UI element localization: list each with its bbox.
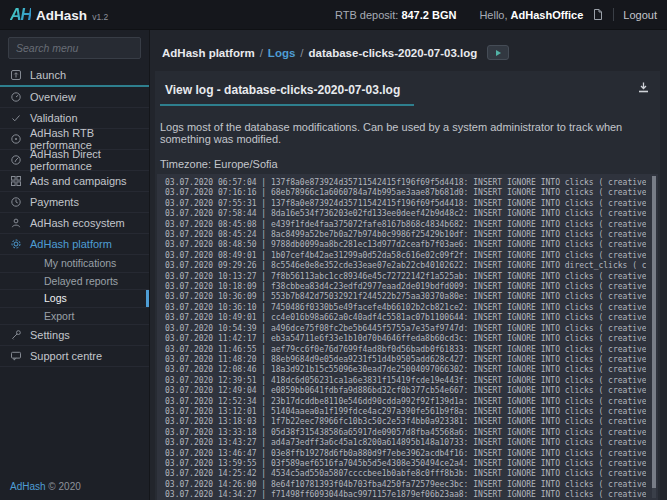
log-line: 03.07.2020 08:48:50 | 9788db0099aa8bc281… bbox=[165, 240, 646, 250]
view-log-panel: View log - database-clicks-2020-07-03.lo… bbox=[155, 71, 660, 500]
payments-icon bbox=[10, 196, 22, 208]
main-content: AdHash platform / Logs / database-clicks… bbox=[150, 30, 667, 500]
sidebar-footer: AdHash © 2020 bbox=[10, 481, 81, 492]
log-line: 03.07.2020 08:45:24 | 8ac8499a52be7b0a27… bbox=[165, 230, 646, 240]
log-lines: 03.07.2020 06:57:04 | 137f8a0e873924d357… bbox=[165, 178, 646, 500]
document-icon[interactable] bbox=[592, 8, 604, 21]
direct-performance-icon bbox=[10, 154, 22, 166]
validation-icon bbox=[10, 112, 22, 124]
sidebar-item-adhash-ecosystem[interactable]: AdHash ecosystem bbox=[0, 213, 149, 234]
sidebar-item-label: Overview bbox=[30, 91, 76, 103]
logo-text: AdHash bbox=[36, 8, 87, 23]
log-line: 03.07.2020 14:25:42 | 4534c5ad550a5807cc… bbox=[165, 469, 646, 479]
footer-brand-link[interactable]: AdHash bbox=[10, 481, 46, 492]
log-line: 03.07.2020 12:52:34 | 23b17dcddbe8110e54… bbox=[165, 397, 646, 407]
log-line: 03.07.2020 13:46:47 | 03e8ffb19278d6fb0a… bbox=[165, 449, 646, 459]
log-line: 03.07.2020 08:45:08 | e439f1fde4faa37507… bbox=[165, 220, 646, 230]
breadcrumb-separator: / bbox=[300, 47, 303, 59]
log-line: 03.07.2020 12:39:51 | 418dc6d056231ca1a6… bbox=[165, 376, 646, 386]
tutorial-video-button[interactable] bbox=[487, 45, 509, 60]
sidebar-item-label: AdHash ecosystem bbox=[30, 217, 125, 229]
sidebar-item-overview[interactable]: Overview bbox=[0, 87, 149, 108]
rtb-deposit-value: 847.2 BGN bbox=[401, 9, 456, 21]
sidebar: LaunchOverviewValidationAdHash RTB perfo… bbox=[0, 30, 150, 500]
sidebar-item-launch[interactable]: Launch bbox=[0, 65, 149, 87]
sidebar-item-label: Validation bbox=[30, 112, 78, 124]
sidebar-item-ads-and-campaigns[interactable]: Ads and campaigns bbox=[0, 171, 149, 192]
breadcrumb-current-file: database-clicks-2020-07-03.log bbox=[309, 47, 478, 59]
sidebar-item-label: Settings bbox=[30, 329, 70, 341]
breadcrumb-section: AdHash platform bbox=[162, 47, 255, 59]
platform-icon bbox=[10, 238, 22, 250]
log-line: 03.07.2020 11:42:17 | eb3a54711e6f33e1b1… bbox=[165, 334, 646, 344]
app-logo[interactable]: AH AdHash v1.2 bbox=[10, 6, 108, 24]
settings-icon bbox=[10, 329, 22, 341]
sidebar-subitem-logs[interactable]: Logs bbox=[0, 290, 149, 308]
ecosystem-icon bbox=[10, 217, 22, 229]
sidebar-item-label: Support centre bbox=[30, 350, 102, 362]
sidebar-menu: LaunchOverviewValidationAdHash RTB perfo… bbox=[0, 65, 149, 367]
timezone-value: Europe/Sofia bbox=[214, 158, 278, 170]
log-line: 03.07.2020 08:49:01 | 1b07cef4b42ae31299… bbox=[165, 251, 646, 261]
launch-icon bbox=[10, 69, 22, 81]
sidebar-item-adhash-rtb-performance[interactable]: AdHash RTB performance bbox=[0, 129, 149, 150]
sidebar-item-payments[interactable]: Payments bbox=[0, 192, 149, 213]
support-icon bbox=[10, 350, 22, 362]
timezone: Timezone: Europe/Sofia bbox=[160, 158, 650, 170]
app-version: v1.2 bbox=[92, 12, 108, 22]
log-line: 03.07.2020 06:57:04 | 137f8a0e873924d357… bbox=[165, 178, 646, 188]
log-line: 03.07.2020 10:49:01 | cc4e016b98a662a0c4… bbox=[165, 313, 646, 323]
rtb-deposit: RTB deposit: 847.2 BGN bbox=[335, 9, 456, 21]
log-line: 03.07.2020 13:12:01 | 51404aaea0a1f199fd… bbox=[165, 407, 646, 417]
log-line: 03.07.2020 09:29:26 | 8c5546e0e8e352cde3… bbox=[165, 261, 646, 271]
log-line: 03.07.2020 10:36:10 | 7450486f0330b5e49f… bbox=[165, 303, 646, 313]
topbar-divider bbox=[613, 8, 614, 21]
ads-campaigns-icon bbox=[10, 175, 22, 187]
rtb-deposit-label: RTB deposit: bbox=[335, 9, 398, 21]
topbar: AH AdHash v1.2 RTB deposit: 847.2 BGN He… bbox=[0, 0, 667, 30]
log-description: Logs most of the database modifications.… bbox=[160, 121, 650, 145]
log-scrollbar[interactable] bbox=[652, 176, 656, 498]
log-viewer[interactable]: 03.07.2020 06:57:04 | 137f8a0e873924d357… bbox=[157, 174, 658, 500]
overview-icon bbox=[10, 91, 22, 103]
log-line: 03.07.2020 12:49:04 | e0859bb0641fdbfa9d… bbox=[165, 386, 646, 396]
log-scrollbar-thumb[interactable] bbox=[652, 176, 656, 488]
log-line: 03.07.2020 14:34:27 | f71498ff6093044bac… bbox=[165, 490, 646, 500]
sidebar-item-label: AdHash platform bbox=[30, 238, 112, 250]
page-title: View log - database-clicks-2020-07-03.lo… bbox=[160, 83, 414, 106]
log-line: 03.07.2020 11:46:55 | aef79cc6f0e76d7699… bbox=[165, 345, 646, 355]
log-line: 03.07.2020 13:33:18 | 05d38f315438586a65… bbox=[165, 428, 646, 438]
timezone-label: Timezone: bbox=[160, 158, 211, 170]
username: AdHashOffice bbox=[511, 9, 584, 21]
user-greeting: Hello, AdHashOffice bbox=[479, 9, 583, 21]
sidebar-subitem-export[interactable]: Export bbox=[0, 308, 149, 326]
log-line: 03.07.2020 07:16:16 | 68eb78966c1a606078… bbox=[165, 188, 646, 198]
log-line: 03.07.2020 11:48:20 | 88eb9684d9e05dea92… bbox=[165, 355, 646, 365]
log-line: 03.07.2020 13:18:03 | 1f7b22eec78966fc10… bbox=[165, 417, 646, 427]
log-line: 03.07.2020 10:13:27 | 7f8b56113abc1cc893… bbox=[165, 272, 646, 282]
sidebar-item-label: Ads and campaigns bbox=[30, 175, 127, 187]
breadcrumb-logs-link[interactable]: Logs bbox=[268, 47, 295, 59]
log-line: 03.07.2020 13:59:55 | 03f589aef6516fa704… bbox=[165, 459, 646, 469]
log-line: 03.07.2020 13:43:27 | ad4a73edff3a6c45a1… bbox=[165, 438, 646, 448]
sidebar-subitem-delayed-reports[interactable]: Delayed reports bbox=[0, 273, 149, 291]
sidebar-item-validation[interactable]: Validation bbox=[0, 108, 149, 129]
log-line: 03.07.2020 10:18:09 | f38cbbea83d4c23edf… bbox=[165, 282, 646, 292]
logout-button[interactable]: Logout bbox=[623, 9, 657, 21]
sidebar-item-label: AdHash Direct performance bbox=[30, 148, 139, 172]
sidebar-subitem-my-notifications[interactable]: My notifications bbox=[0, 255, 149, 273]
breadcrumb-separator: / bbox=[260, 47, 263, 59]
logo-mark-icon: AH bbox=[10, 6, 31, 24]
sidebar-item-adhash-direct-performance[interactable]: AdHash Direct performance bbox=[0, 150, 149, 171]
log-line: 03.07.2020 10:36:09 | 553b7b842d75032921… bbox=[165, 292, 646, 302]
log-line: 03.07.2020 07:55:31 | 137f8a0e873924d357… bbox=[165, 199, 646, 209]
sidebar-item-settings[interactable]: Settings bbox=[0, 325, 149, 346]
log-line: 03.07.2020 07:58:44 | 8da16e534f736203e0… bbox=[165, 209, 646, 219]
footer-copyright: © 2020 bbox=[48, 481, 80, 492]
download-log-button[interactable] bbox=[637, 81, 650, 94]
sidebar-item-support-centre[interactable]: Support centre bbox=[0, 346, 149, 367]
log-line: 03.07.2020 10:54:39 | a496dce75f08fc2be5… bbox=[165, 324, 646, 334]
rtb-performance-icon bbox=[10, 133, 22, 145]
search-input[interactable] bbox=[8, 37, 141, 59]
sidebar-item-adhash-platform[interactable]: AdHash platform bbox=[0, 234, 149, 255]
